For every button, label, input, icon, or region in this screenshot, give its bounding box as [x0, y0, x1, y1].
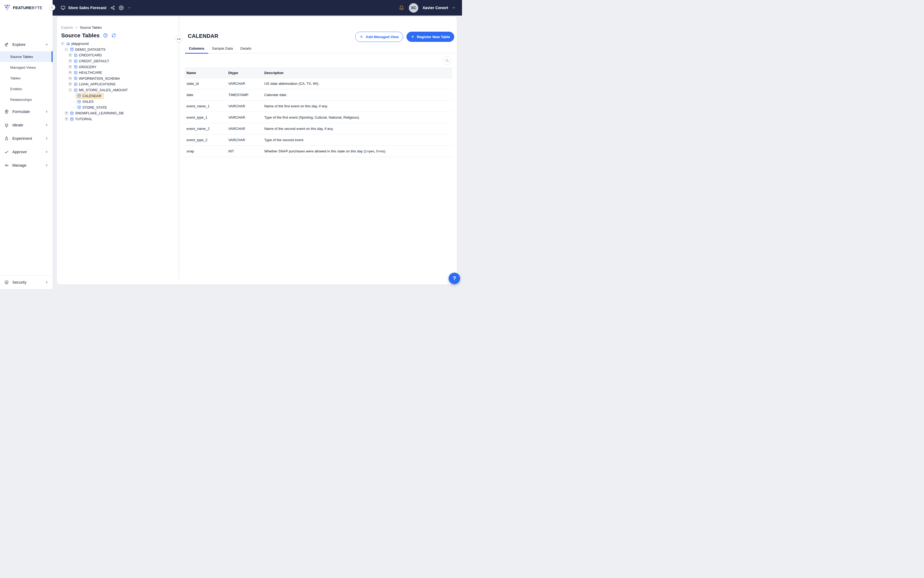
cell-description: Type of the second event.	[262, 135, 452, 146]
tree-node-information_schema[interactable]: +INFORMATION_SCHEMA	[57, 76, 178, 81]
refresh-icon[interactable]	[111, 33, 116, 38]
tree-node-grocery[interactable]: +GROCERY	[57, 64, 178, 70]
sidebar-collapse-button[interactable]	[49, 4, 55, 10]
table-header-row: Name Dtype Description	[184, 68, 452, 78]
expand-node-icon[interactable]: +	[69, 71, 71, 74]
register-new-table-button[interactable]: Register New Table	[407, 32, 454, 42]
expand-node-icon[interactable]: +	[69, 83, 71, 86]
sidebar-item-approve[interactable]: Approve	[0, 145, 53, 159]
sidebar-subitem-label: Entities	[10, 87, 22, 91]
table-row: snapINTWhether SNAP purchases were allow…	[184, 146, 452, 157]
cell-name: state_id	[184, 78, 226, 89]
tree-node-snowflake_learning_db[interactable]: +SNOWFLAKE_LEARNING_DB	[57, 110, 178, 116]
tree-node-calendar[interactable]: CALENDAR	[57, 93, 178, 99]
sidebar-item-security[interactable]: Security	[0, 276, 53, 289]
tree-node-label: playground	[71, 42, 89, 45]
tree-node-demo_datasets[interactable]: −DEMO_DATASETS	[57, 47, 178, 53]
sidebar-item-label: Explore	[12, 42, 42, 47]
table-row: event_name_1VARCHARName of the first eve…	[184, 101, 452, 112]
sidebar-item-entities[interactable]: Entities	[0, 83, 53, 94]
search-button[interactable]	[443, 56, 451, 65]
tree-node-label: M5_STORE_SALES_AMOUNT	[79, 88, 128, 92]
expand-node-icon[interactable]: +	[69, 54, 71, 57]
cell-description: Whether SNAP purchases were allowed in t…	[262, 146, 452, 157]
cell-description: Type of the first event (Sporting, Cultu…	[262, 112, 452, 123]
collapse-node-icon[interactable]: −	[65, 48, 68, 51]
chevron-right-icon	[45, 137, 48, 140]
breadcrumb-parent[interactable]: Explore	[61, 26, 73, 29]
table-icon	[74, 65, 78, 69]
tree-node-tutorial[interactable]: +TUTORIAL	[57, 116, 178, 122]
chevron-left-icon	[50, 6, 54, 9]
gear-icon[interactable]	[119, 5, 124, 10]
table-icon	[74, 76, 78, 80]
sidebar-subitem-label: Tables	[10, 76, 21, 80]
tree-node-credit_default[interactable]: +CREDIT_DEFAULT	[57, 58, 178, 64]
sidebar-item-label: Approve	[12, 150, 42, 154]
add-managed-view-button[interactable]: Add Managed View	[355, 32, 403, 42]
featurebyte-logo-icon	[4, 5, 11, 11]
tab-sample-data[interactable]: Sample Data	[208, 44, 237, 53]
chevron-down-icon[interactable]	[452, 6, 456, 10]
tab-label: Columns	[189, 46, 204, 50]
cell-dtype: INT	[226, 146, 262, 157]
database-icon	[70, 117, 74, 121]
expand-node-icon[interactable]: +	[65, 117, 68, 120]
tree-node-loan_applications[interactable]: +LOAN_APPLICATIONS	[57, 81, 178, 87]
cell-dtype: VARCHAR	[226, 112, 262, 123]
sidebar-item-tables[interactable]: Tables	[0, 73, 53, 83]
tab-columns[interactable]: Columns	[185, 44, 208, 53]
expand-node-icon[interactable]: +	[65, 112, 68, 115]
help-fab-button[interactable]: ?	[449, 273, 460, 284]
table-icon	[74, 71, 78, 75]
sidebar-item-source-tables[interactable]: Source Tables	[0, 51, 53, 62]
cell-name: event_type_1	[184, 112, 226, 123]
tree-node-creditcard[interactable]: +CREDITCARD	[57, 52, 178, 58]
chevron-down-icon[interactable]	[127, 6, 131, 10]
table-icon	[77, 100, 81, 104]
share-icon[interactable]	[110, 5, 115, 10]
lightbulb-icon	[4, 123, 9, 127]
collapse-node-icon[interactable]: −	[69, 89, 71, 91]
sidebar-item-managed-views[interactable]: Managed Views	[0, 62, 53, 73]
project-switcher[interactable]: Store Sales Forecast	[61, 5, 107, 10]
flask-icon	[4, 136, 9, 141]
plus-icon	[411, 35, 415, 39]
chevron-right-icon	[45, 123, 48, 127]
tab-details[interactable]: Details	[237, 44, 255, 53]
tree-node-content: SNOWFLAKE_LEARNING_DB	[69, 110, 126, 116]
columns-table: Name Dtype Description state_idVARCHARUS…	[184, 68, 452, 157]
main-card: Explore > Source Tables Source Tables −p…	[57, 17, 457, 284]
tree-node-healthcare[interactable]: +HEALTHCARE	[57, 70, 178, 76]
expand-node-icon[interactable]: +	[69, 77, 71, 80]
tree-node-content: SALES	[76, 99, 96, 104]
explore-subnav: Source Tables Managed Views Tables Entit…	[0, 51, 53, 105]
sidebar-bottom: Security	[0, 275, 53, 289]
tree-node-playground[interactable]: −playground	[57, 41, 178, 47]
table-icon	[74, 59, 78, 63]
expand-node-icon[interactable]: +	[69, 60, 71, 63]
expand-node-icon[interactable]: +	[69, 65, 71, 68]
collapse-node-icon[interactable]: −	[61, 42, 64, 45]
tree-node-content: playground	[65, 41, 91, 46]
tree-connector	[73, 101, 76, 102]
tree-node-sales[interactable]: SALES	[57, 99, 178, 105]
sidebar-item-manage[interactable]: Manage	[0, 159, 53, 172]
sidebar-subitem-label: Managed Views	[10, 65, 36, 70]
sidebar-item-explore[interactable]: Explore	[0, 38, 53, 51]
panel-resize-handle[interactable]	[175, 36, 182, 42]
tree-node-m5_store_sales_amount[interactable]: −M5_STORE_SALES_AMOUNT	[57, 87, 178, 93]
database-icon	[70, 47, 74, 51]
sidebar-item-ideate[interactable]: Ideate	[0, 119, 53, 132]
button-label: Add Managed View	[366, 35, 399, 39]
bell-icon[interactable]	[399, 5, 404, 10]
help-circle-icon[interactable]	[103, 33, 108, 38]
button-label: Register New Table	[417, 35, 450, 39]
user-avatar[interactable]: XC	[409, 3, 418, 13]
tree-node-store_state[interactable]: STORE_STATE	[57, 105, 178, 110]
sidebar-item-relationships[interactable]: Relationships	[0, 94, 53, 105]
sidebar-item-formulate[interactable]: Formulate	[0, 105, 53, 119]
sidebar-item-experiment[interactable]: Experiment	[0, 132, 53, 145]
tree-node-label: SNOWFLAKE_LEARNING_DB	[75, 111, 124, 115]
user-name[interactable]: Xavier Conort	[423, 6, 448, 10]
